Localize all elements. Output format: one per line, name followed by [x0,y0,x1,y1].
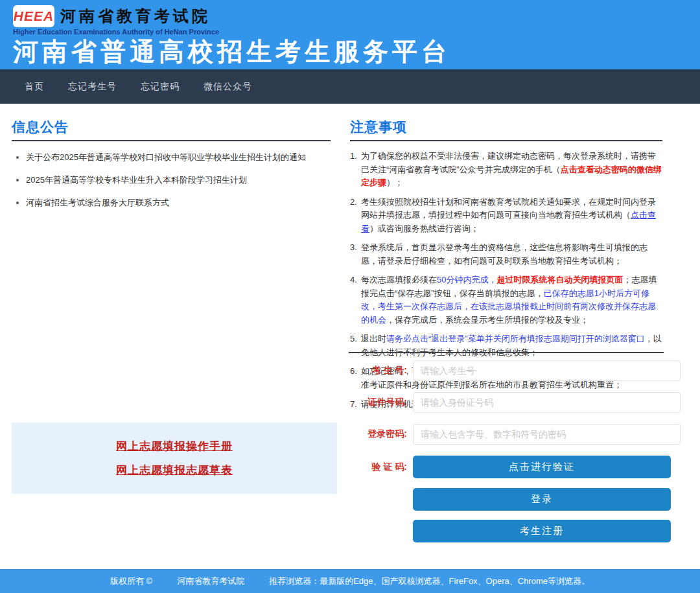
candidate-id-input[interactable] [413,360,681,381]
captcha-row: 验 证 码: 点击进行验证 [350,456,686,478]
announcements-title-rule [12,140,331,141]
captcha-verify-button[interactable]: 点击进行验证 [413,456,671,478]
heea-logo-icon: HEEA [13,5,54,27]
note-item: 2.考生须按照院校招生计划和河南省教育考试院相关通知要求，在规定时间内登录网站并… [350,196,662,236]
announcement-item[interactable]: 河南省招生考试综合服务大厅联系方式 [26,197,331,209]
note-item: 1.为了确保您的权益不受非法侵害，建议绑定动态密码，每次登录系统时，请携带已关注… [350,150,662,190]
login-form: 考 生 号: 证件号码: 登录密码: 验 证 码: 点击进行验证 登录 考生注册 [350,360,686,552]
page: HEEA 河南省教育考试院 Higher Education Examinati… [0,0,700,593]
note-text: ）或咨询服务热线进行咨询； [369,224,479,233]
password-row: 登录密码: [350,424,686,445]
footer-org: 河南省教育考试院 [177,576,244,587]
note-number: 1. [350,150,357,163]
manual-link-draft-form[interactable]: 网上志愿填报志愿草表 [116,463,233,478]
note-text: 登录系统后，首页显示登录考生的资格信息，这些信息将影响考生可填报的志愿，请登录后… [361,242,648,266]
nav-item-wechat-official-account[interactable]: 微信公众号 [204,81,252,93]
nav-item-forgot-candidate-id[interactable]: 忘记考生号 [68,81,117,93]
note-text: 退出时 [361,334,386,343]
note-text: 每次志愿填报必须在 [361,275,437,285]
footer-copyright: 版权所有 © [110,576,152,587]
announcements-title: 信息公告 [12,118,331,136]
announcements-section: 信息公告 关于公布2025年普通高等学校对口招收中等职业学校毕业生招生计划的通知… [12,118,331,220]
announcement-item[interactable]: 2025年普通高等学校专科毕业生升入本科阶段学习招生计划 [26,174,331,186]
id-number-input[interactable] [413,392,681,413]
password-label: 登录密码: [350,428,413,440]
note-text: ）； [386,178,403,187]
notes-title: 注意事项 [350,118,662,136]
site-title: 河南省普通高校招生考生服务平台 [13,36,700,67]
manual-links-box: 网上志愿填报操作手册 网上志愿填报志愿草表 [12,423,337,494]
note-item: 3.登录系统后，首页显示登录考生的资格信息，这些信息将影响考生可填报的志愿，请登… [350,241,662,268]
captcha-label: 验 证 码: [350,461,413,473]
login-button[interactable]: 登录 [413,488,671,511]
login-button-row: 登录 [350,488,686,511]
id-number-row: 证件号码: [350,392,686,413]
register-button[interactable]: 考生注册 [413,520,671,542]
announcement-list: 关于公布2025年普通高等学校对口招收中等职业学校毕业生招生计划的通知2025年… [26,152,331,209]
footer-browsers: 推荐浏览器：最新版的Edge、国产双核浏览器、FireFox、Opera、Chr… [269,576,590,587]
site-header: HEEA 河南省教育考试院 Higher Education Examinati… [0,0,700,69]
note-item: 4.每次志愿填报必须在50分钟内完成，超过时限系统将自动关闭填报页面；志愿填报完… [350,273,662,327]
form-divider [349,352,664,353]
note-text: 50分钟内完成， [437,275,496,285]
id-number-label: 证件号码: [350,397,413,408]
note-text: ，保存完成后，系统会显示考生所填报的学校及专业； [386,315,589,325]
note-number: 4. [350,273,357,287]
main-nav: 首页忘记考生号忘记密码微信公众号 [0,69,700,104]
note-text: 考生须按照院校招生计划和河南省教育考试院相关通知要求，在规定时间内登录网站并填报… [361,197,656,220]
note-text: 请务必点击“退出登录”菜单并关闭所有填报志愿期间打开的浏览器窗口 [386,334,645,343]
logo-row: HEEA 河南省教育考试院 [13,5,700,27]
candidate-id-label: 考 生 号: [350,365,413,377]
candidate-id-row: 考 生 号: [350,360,686,381]
manual-link-handbook[interactable]: 网上志愿填报操作手册 [116,439,233,454]
register-button-row: 考生注册 [350,520,686,542]
password-input[interactable] [413,424,681,445]
note-number: 5. [350,332,357,346]
nav-item-home[interactable]: 首页 [25,81,44,93]
org-name: 河南省教育考试院 [60,6,211,27]
note-number: 2. [350,196,357,209]
note-number: 3. [350,241,357,255]
note-item: 5.退出时请务必点击“退出登录”菜单并关闭所有填报志愿期间打开的浏览器窗口，以免… [350,332,662,359]
notes-title-rule [350,140,662,141]
org-name-english: Higher Education Examinations Authority … [13,28,700,36]
announcement-item[interactable]: 关于公布2025年普通高等学校对口招收中等职业学校毕业生招生计划的通知 [26,152,331,163]
note-text: 超过时限系统将自动关闭填报页面 [496,275,623,285]
nav-item-forgot-password[interactable]: 忘记密码 [141,81,180,93]
site-footer: 版权所有 © 河南省教育考试院 推荐浏览器：最新版的Edge、国产双核浏览器、F… [0,569,700,593]
